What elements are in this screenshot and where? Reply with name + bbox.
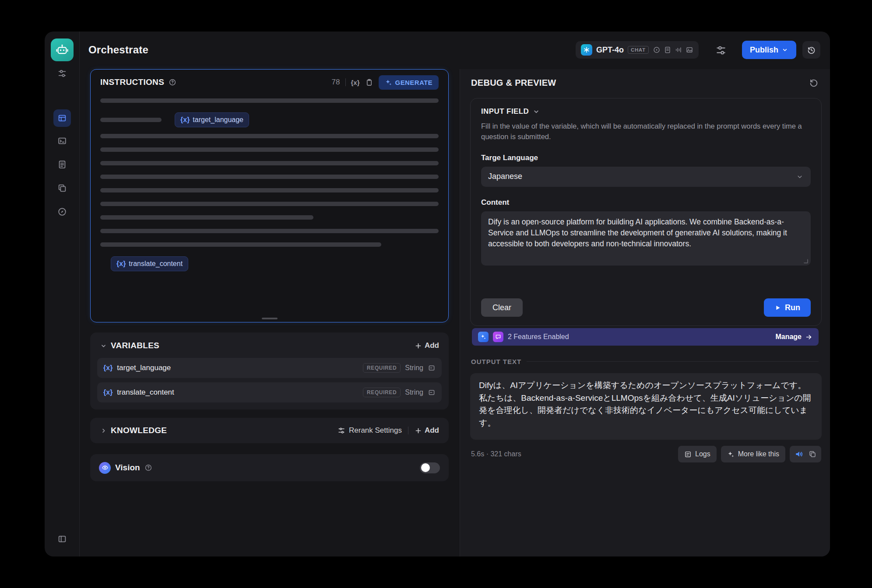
sidebar-item-logs[interactable] (53, 156, 71, 173)
output-stats: 5.6s · 321 chars (471, 450, 521, 458)
input-field-card: INPUT FIELD Fill in the value of the var… (470, 98, 822, 326)
features-enabled-label: 2 Features Enabled (508, 333, 569, 341)
debug-title: DEBUG & PREVIEW (471, 78, 556, 88)
prompt-skeleton: {x} target_language {x} translate_conten… (91, 95, 448, 272)
generate-label: GENERATE (395, 79, 432, 86)
input-field-footer: Clear Run (481, 298, 811, 317)
clear-label: Clear (492, 303, 511, 312)
resize-corner[interactable] (804, 259, 808, 263)
skeleton-line (100, 147, 439, 152)
editor-resize-handle[interactable] (262, 318, 278, 319)
output-title: OUTPUT TEXT (471, 358, 521, 365)
output-header: OUTPUT TEXT (471, 358, 819, 365)
vision-section: Vision (90, 454, 449, 481)
variable-chip-translate-content[interactable]: {x} translate_content (111, 256, 188, 271)
output-text: Difyは、AIアプリケーションを構築するためのオープンソースプラットフォームで… (470, 373, 822, 440)
variable-row[interactable]: {x} translate_content REQUIRED String (97, 382, 442, 402)
skeleton-line (100, 242, 381, 247)
variable-chip-label: translate_content (129, 260, 183, 268)
image-icon (686, 46, 693, 54)
skeleton-row: {x} translate_content (100, 256, 439, 272)
publish-label: Publish (750, 46, 778, 55)
generate-button[interactable]: GENERATE (379, 75, 439, 90)
field-type-icon[interactable] (428, 364, 436, 372)
field-type-icon[interactable] (428, 388, 436, 396)
add-label: Add (425, 426, 439, 435)
more-like-this-button[interactable]: More like this (721, 446, 785, 462)
instructions-editor: INSTRUCTIONS 78 {x} GENERATE (90, 69, 449, 322)
content-textarea[interactable]: Dify is an open-source platform for buil… (481, 211, 811, 266)
field-label: Targe Language (481, 154, 811, 162)
more-like-this-label: More like this (738, 450, 779, 458)
divider (408, 427, 408, 434)
chevron-right-icon[interactable] (100, 427, 107, 434)
run-button[interactable]: Run (764, 298, 811, 317)
app-window: Orchestrate GPT-4o CHAT (45, 32, 830, 556)
skeleton-line (100, 98, 439, 103)
feature-icon-2 (493, 332, 503, 342)
logs-icon (684, 451, 692, 458)
publish-button[interactable]: Publish (742, 41, 796, 59)
text-to-speech-button[interactable] (795, 450, 803, 458)
copy-prompt-button[interactable] (365, 78, 373, 87)
sidebar-item-settings[interactable] (53, 65, 71, 82)
sidebar-item-orchestrate[interactable] (53, 109, 71, 127)
model-capability-icons (653, 46, 693, 54)
variable-name: translate_content (117, 388, 174, 397)
variable-glyph: {x} (103, 388, 113, 396)
file-text-icon (57, 160, 67, 169)
prompt-settings-button[interactable] (715, 45, 727, 56)
sparkles-icon (385, 79, 392, 86)
variable-glyph: {x} (116, 260, 126, 268)
collapse-sidebar-button[interactable] (53, 530, 71, 548)
input-field-header[interactable]: INPUT FIELD (481, 107, 811, 116)
insert-variable-button[interactable]: {x} (351, 79, 360, 86)
help-icon[interactable] (169, 78, 176, 86)
required-badge: REQUIRED (363, 363, 401, 373)
logs-label: Logs (695, 450, 710, 458)
variable-chip-label: target_language (193, 116, 243, 124)
manage-features-button[interactable]: Manage (775, 333, 812, 341)
features-bar: 2 Features Enabled Manage (472, 328, 819, 346)
debug-preview-pane: DEBUG & PREVIEW INPUT FIELD Fill in the … (460, 69, 830, 556)
sidebar-item-monitoring[interactable] (53, 203, 71, 220)
clear-button[interactable]: Clear (481, 298, 523, 317)
add-knowledge-button[interactable]: Add (415, 426, 439, 435)
help-icon[interactable] (144, 464, 152, 472)
feature-icon-1 (478, 332, 489, 342)
add-label: Add (425, 341, 439, 350)
variables-section: VARIABLES Add {x} target_language REQUIR… (90, 332, 449, 410)
variable-type: String (405, 364, 423, 372)
sidebar-item-annotations[interactable] (53, 179, 71, 197)
waveform-icon (675, 46, 682, 54)
add-variable-button[interactable]: Add (415, 341, 439, 350)
select-value: Japanese (488, 172, 522, 181)
skeleton-line (100, 134, 439, 138)
sidebar-item-terminal[interactable] (53, 132, 71, 150)
copy-output-button[interactable] (809, 450, 816, 458)
model-mode-badge: CHAT (628, 46, 649, 54)
divider (527, 361, 819, 362)
textarea-value: Dify is an open-source platform for buil… (488, 217, 787, 248)
version-history-button[interactable] (802, 41, 820, 59)
logs-button[interactable]: Logs (678, 446, 717, 462)
skeleton-line (100, 175, 439, 179)
robot-icon (56, 43, 69, 56)
skeleton-row: {x} target_language (100, 112, 439, 128)
terminal-icon (57, 136, 67, 146)
variable-row[interactable]: {x} target_language REQUIRED String (97, 358, 442, 378)
variable-chip-target-language[interactable]: {x} target_language (175, 112, 249, 127)
model-name: GPT-4o (596, 46, 624, 55)
chevron-down-icon[interactable] (100, 342, 107, 350)
target-language-select[interactable]: Japanese (481, 167, 811, 187)
variable-glyph: {x} (180, 116, 190, 124)
sliders-icon (57, 69, 67, 78)
restart-debug-button[interactable] (809, 78, 819, 88)
vision-toggle[interactable] (420, 462, 440, 473)
model-selector[interactable]: GPT-4o CHAT (576, 41, 699, 59)
rerank-settings-button[interactable]: Rerank Settings (338, 426, 402, 435)
app-robot-avatar[interactable] (51, 38, 74, 61)
field-label: Content (481, 198, 811, 207)
input-field-description: Fill in the value of the variable, which… (481, 121, 807, 142)
instructions-header: INSTRUCTIONS 78 {x} GENERATE (91, 70, 448, 95)
